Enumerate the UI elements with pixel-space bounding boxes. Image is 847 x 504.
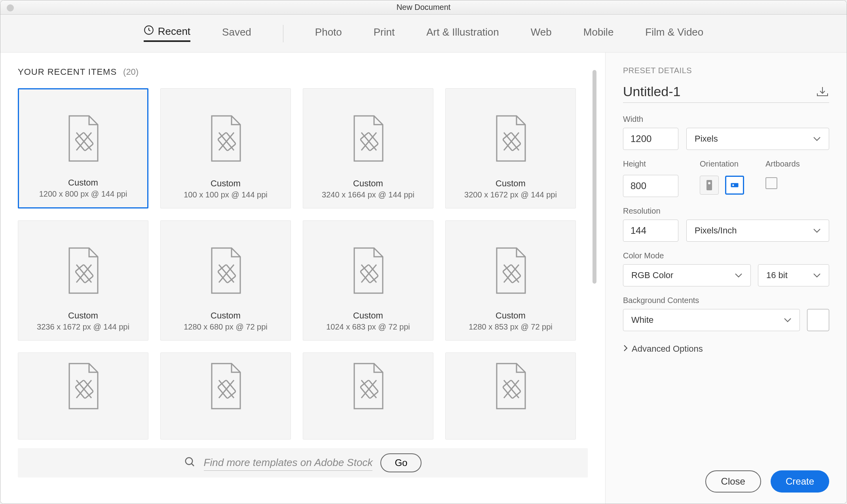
preset-tile[interactable]: Custom	[18, 352, 148, 440]
background-color-swatch[interactable]	[807, 309, 829, 331]
preset-dimensions: 1024 x 683 px @ 72 ppi	[303, 322, 433, 332]
tab-print-label: Print	[374, 26, 395, 38]
color-mode-value: RGB Color	[631, 270, 673, 280]
width-unit-select[interactable]: Pixels	[686, 128, 829, 150]
window-controls[interactable]	[7, 4, 14, 11]
height-input[interactable]: 800	[623, 175, 678, 197]
preset-grid: Custom 1200 x 800 px @ 144 ppi Custom 10…	[18, 88, 588, 440]
tab-saved[interactable]: Saved	[222, 26, 251, 41]
create-button[interactable]: Create	[771, 470, 829, 493]
preset-dimensions: 1280 x 853 px @ 72 ppi	[446, 322, 575, 332]
preset-tile[interactable]: Custom	[445, 352, 576, 440]
preset-tile[interactable]: Custom	[160, 352, 291, 440]
preset-dimensions: 100 x 100 px @ 144 ppi	[161, 190, 291, 199]
preset-tile[interactable]: Custom 1280 x 853 px @ 72 ppi	[445, 220, 576, 341]
document-icon	[346, 113, 390, 166]
document-icon	[61, 360, 105, 413]
tab-saved-label: Saved	[222, 26, 251, 38]
preset-dimensions: 1280 x 680 px @ 72 ppi	[161, 322, 291, 332]
preset-browser: YOUR RECENT ITEMS (20) Custom 1200 x 800…	[0, 53, 605, 504]
tab-photo[interactable]: Photo	[315, 26, 342, 41]
preset-name: Custom	[161, 311, 291, 321]
resolution-unit-value: Pixels/Inch	[695, 225, 737, 236]
tab-mobile-label: Mobile	[583, 26, 614, 38]
document-icon	[489, 360, 532, 413]
document-icon	[204, 245, 247, 298]
document-icon	[489, 245, 532, 298]
document-icon	[204, 360, 247, 413]
svg-rect-14	[706, 180, 712, 190]
advanced-options-label: Advanced Options	[632, 344, 703, 354]
preset-scrollbar[interactable]	[593, 70, 596, 284]
close-button[interactable]: Close	[705, 470, 761, 493]
preset-tile[interactable]: Custom 3200 x 1672 px @ 144 ppi	[445, 88, 576, 208]
background-contents-value: White	[631, 315, 653, 325]
stock-search-bar: Find more templates on Adobe Stock Go	[18, 448, 588, 477]
preset-details-header: PRESET DETAILS	[623, 66, 829, 75]
stock-search-input[interactable]: Find more templates on Adobe Stock	[204, 455, 373, 471]
tab-photo-label: Photo	[315, 26, 342, 38]
go-button[interactable]: Go	[380, 453, 422, 472]
width-input[interactable]: 1200	[623, 128, 678, 150]
save-preset-icon[interactable]	[816, 85, 829, 98]
preset-tile[interactable]: Custom 1200 x 800 px @ 144 ppi	[18, 88, 148, 208]
chevron-right-icon	[623, 344, 628, 354]
resolution-input[interactable]: 144	[623, 220, 678, 242]
svg-point-17	[732, 184, 734, 186]
background-contents-select[interactable]: White	[623, 309, 800, 331]
svg-point-13	[185, 458, 192, 465]
close-window-dot[interactable]	[7, 4, 14, 11]
resolution-label: Resolution	[623, 207, 829, 216]
advanced-options-toggle[interactable]: Advanced Options	[623, 344, 829, 354]
preset-dimensions: 1200 x 800 px @ 144 ppi	[19, 189, 147, 199]
orientation-portrait-button[interactable]	[700, 176, 719, 195]
color-depth-select[interactable]: 16 bit	[758, 264, 829, 286]
recent-items-heading: YOUR RECENT ITEMS (20)	[18, 67, 588, 77]
color-depth-value: 16 bit	[766, 270, 788, 280]
tab-separator	[283, 25, 283, 42]
titlebar: New Document	[0, 0, 847, 15]
preset-name: Custom	[303, 178, 433, 189]
preset-name: Custom	[161, 178, 291, 189]
preset-dimensions: 3236 x 1672 px @ 144 ppi	[18, 322, 148, 332]
search-icon	[184, 456, 196, 470]
tab-web[interactable]: Web	[531, 26, 552, 41]
resolution-unit-select[interactable]: Pixels/Inch	[686, 220, 829, 242]
preset-tile[interactable]: Custom 1280 x 680 px @ 72 ppi	[160, 220, 291, 341]
tab-print[interactable]: Print	[374, 26, 395, 41]
tab-recent[interactable]: Recent	[144, 25, 190, 42]
tab-filmvideo-label: Film & Video	[645, 26, 703, 38]
chevron-down-icon	[813, 270, 821, 280]
preset-tile[interactable]: Custom 3240 x 1664 px @ 144 ppi	[303, 88, 433, 208]
preset-tile[interactable]: Custom	[303, 352, 433, 440]
tab-mobile[interactable]: Mobile	[583, 26, 614, 41]
tab-art-label: Art & Illustration	[426, 26, 499, 38]
artboards-label: Artboards	[765, 159, 800, 169]
orientation-label: Orientation	[700, 159, 744, 169]
background-contents-label: Background Contents	[623, 296, 829, 305]
document-icon	[346, 360, 390, 413]
preset-tile[interactable]: Custom 1024 x 683 px @ 72 ppi	[303, 220, 433, 341]
window-title: New Document	[397, 3, 451, 12]
preset-details-panel: PRESET DETAILS Untitled-1 Width 1200 Pix…	[605, 53, 847, 504]
chevron-down-icon	[735, 270, 743, 280]
tab-film-video[interactable]: Film & Video	[645, 26, 703, 41]
preset-tile[interactable]: Custom 3236 x 1672 px @ 144 ppi	[18, 220, 148, 341]
color-mode-select[interactable]: RGB Color	[623, 264, 751, 286]
preset-tile[interactable]: Custom 100 x 100 px @ 144 ppi	[160, 88, 291, 208]
orientation-landscape-button[interactable]	[725, 176, 744, 195]
recent-items-title: YOUR RECENT ITEMS	[18, 67, 117, 77]
artboards-checkbox[interactable]	[765, 177, 777, 189]
document-name-input[interactable]: Untitled-1	[623, 84, 681, 99]
recent-items-count: (20)	[123, 67, 139, 77]
chevron-down-icon	[813, 225, 821, 236]
document-icon	[489, 113, 532, 166]
new-document-window: New Document Recent Saved Photo Print Ar…	[0, 0, 847, 504]
svg-point-15	[708, 182, 710, 184]
tab-art-illustration[interactable]: Art & Illustration	[426, 26, 499, 41]
document-icon	[61, 113, 105, 166]
height-label: Height	[623, 159, 678, 169]
tab-web-label: Web	[531, 26, 552, 38]
tab-recent-label: Recent	[158, 25, 190, 38]
document-icon	[204, 113, 247, 166]
